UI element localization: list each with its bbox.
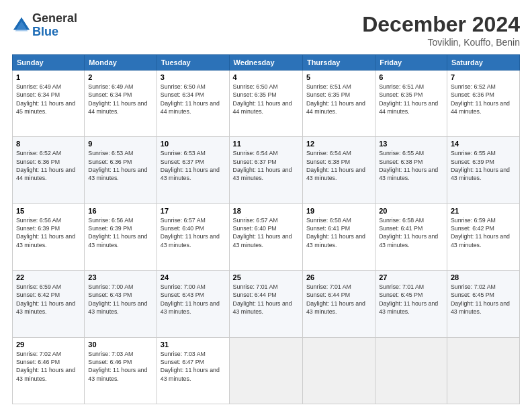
table-row: 7 Sunrise: 6:52 AM Sunset: 6:36 PM Dayli… [447, 71, 519, 137]
logo-icon [12, 16, 31, 35]
day-number: 18 [233, 207, 299, 215]
day-number: 21 [451, 207, 516, 215]
day-number: 27 [379, 273, 443, 281]
day-number: 30 [88, 340, 153, 349]
table-row [375, 337, 447, 404]
calendar-row: 8 Sunrise: 6:52 AM Sunset: 6:36 PM Dayli… [13, 137, 520, 203]
table-row: 9 Sunrise: 6:53 AM Sunset: 6:36 PM Dayli… [85, 137, 157, 203]
day-info: Sunrise: 7:01 AM Sunset: 6:45 PM Dayligh… [379, 283, 443, 316]
day-info: Sunrise: 6:52 AM Sunset: 6:36 PM Dayligh… [16, 149, 81, 182]
table-row: 26 Sunrise: 7:01 AM Sunset: 6:44 PM Dayl… [302, 271, 375, 337]
day-info: Sunrise: 6:58 AM Sunset: 6:41 PM Dayligh… [379, 216, 443, 249]
day-info: Sunrise: 6:50 AM Sunset: 6:34 PM Dayligh… [161, 83, 226, 116]
month-title: December 2024 [362, 12, 520, 37]
day-info: Sunrise: 6:53 AM Sunset: 6:37 PM Dayligh… [161, 149, 226, 182]
day-number: 19 [306, 207, 371, 215]
day-number: 2 [88, 73, 153, 81]
table-row: 3 Sunrise: 6:50 AM Sunset: 6:34 PM Dayli… [157, 71, 229, 137]
day-info: Sunrise: 7:03 AM Sunset: 6:46 PM Dayligh… [88, 350, 153, 383]
table-row [229, 337, 302, 404]
day-info: Sunrise: 7:00 AM Sunset: 6:43 PM Dayligh… [161, 283, 226, 316]
logo-general: General [32, 12, 77, 26]
day-number: 8 [16, 140, 81, 148]
table-row: 28 Sunrise: 7:02 AM Sunset: 6:45 PM Dayl… [447, 271, 519, 337]
day-number: 4 [233, 73, 299, 81]
day-number: 22 [16, 273, 81, 281]
day-info: Sunrise: 6:56 AM Sunset: 6:39 PM Dayligh… [88, 216, 153, 249]
day-info: Sunrise: 7:00 AM Sunset: 6:43 PM Dayligh… [88, 283, 153, 316]
table-row: 22 Sunrise: 6:59 AM Sunset: 6:42 PM Dayl… [13, 271, 85, 337]
table-row: 23 Sunrise: 7:00 AM Sunset: 6:43 PM Dayl… [85, 271, 157, 337]
table-row: 29 Sunrise: 7:02 AM Sunset: 6:46 PM Dayl… [13, 337, 85, 404]
header-sunday: Sunday [13, 55, 85, 71]
title-block: December 2024 Toviklin, Kouffo, Benin [362, 12, 520, 48]
table-row: 12 Sunrise: 6:54 AM Sunset: 6:38 PM Dayl… [302, 137, 375, 203]
header-friday: Friday [375, 55, 447, 71]
calendar-header-row: Sunday Monday Tuesday Wednesday Thursday… [13, 55, 520, 71]
table-row: 10 Sunrise: 6:53 AM Sunset: 6:37 PM Dayl… [157, 137, 229, 203]
table-row: 6 Sunrise: 6:51 AM Sunset: 6:35 PM Dayli… [375, 71, 447, 137]
table-row: 13 Sunrise: 6:55 AM Sunset: 6:38 PM Dayl… [375, 137, 447, 203]
table-row: 4 Sunrise: 6:50 AM Sunset: 6:35 PM Dayli… [229, 71, 302, 137]
day-info: Sunrise: 7:01 AM Sunset: 6:44 PM Dayligh… [306, 283, 371, 316]
header-monday: Monday [85, 55, 157, 71]
day-number: 11 [233, 140, 299, 148]
header-tuesday: Tuesday [157, 55, 229, 71]
calendar-row: 29 Sunrise: 7:02 AM Sunset: 6:46 PM Dayl… [13, 337, 520, 404]
day-number: 6 [379, 73, 443, 81]
day-number: 20 [379, 207, 443, 215]
day-number: 28 [451, 273, 516, 281]
day-info: Sunrise: 7:02 AM Sunset: 6:46 PM Dayligh… [16, 350, 81, 383]
logo: General Blue [12, 12, 77, 39]
day-number: 10 [161, 140, 226, 148]
day-number: 9 [88, 140, 153, 148]
day-number: 13 [379, 140, 443, 148]
day-number: 24 [161, 273, 226, 281]
day-info: Sunrise: 6:53 AM Sunset: 6:36 PM Dayligh… [88, 149, 153, 182]
day-number: 31 [161, 340, 226, 349]
day-number: 15 [16, 207, 81, 215]
day-number: 23 [88, 273, 153, 281]
page: General Blue December 2024 Toviklin, Kou… [0, 0, 532, 411]
header: General Blue December 2024 Toviklin, Kou… [12, 12, 520, 48]
header-saturday: Saturday [447, 55, 519, 71]
calendar-row: 15 Sunrise: 6:56 AM Sunset: 6:39 PM Dayl… [13, 203, 520, 270]
table-row: 24 Sunrise: 7:00 AM Sunset: 6:43 PM Dayl… [157, 271, 229, 337]
table-row [302, 337, 375, 404]
day-info: Sunrise: 6:51 AM Sunset: 6:35 PM Dayligh… [306, 83, 371, 116]
day-info: Sunrise: 7:03 AM Sunset: 6:47 PM Dayligh… [161, 350, 226, 383]
day-info: Sunrise: 6:59 AM Sunset: 6:42 PM Dayligh… [16, 283, 81, 316]
day-number: 26 [306, 273, 371, 281]
day-info: Sunrise: 6:57 AM Sunset: 6:40 PM Dayligh… [161, 216, 226, 249]
table-row: 20 Sunrise: 6:58 AM Sunset: 6:41 PM Dayl… [375, 203, 447, 270]
day-info: Sunrise: 6:58 AM Sunset: 6:41 PM Dayligh… [306, 216, 371, 249]
logo-blue: Blue [32, 26, 77, 39]
header-thursday: Thursday [302, 55, 375, 71]
table-row: 18 Sunrise: 6:57 AM Sunset: 6:40 PM Dayl… [229, 203, 302, 270]
day-number: 14 [451, 140, 516, 148]
table-row: 27 Sunrise: 7:01 AM Sunset: 6:45 PM Dayl… [375, 271, 447, 337]
calendar-table: Sunday Monday Tuesday Wednesday Thursday… [12, 54, 520, 404]
table-row: 21 Sunrise: 6:59 AM Sunset: 6:42 PM Dayl… [447, 203, 519, 270]
day-info: Sunrise: 7:01 AM Sunset: 6:44 PM Dayligh… [233, 283, 299, 316]
day-info: Sunrise: 6:49 AM Sunset: 6:34 PM Dayligh… [16, 83, 81, 116]
day-number: 17 [161, 207, 226, 215]
calendar-row: 1 Sunrise: 6:49 AM Sunset: 6:34 PM Dayli… [13, 71, 520, 137]
calendar-row: 22 Sunrise: 6:59 AM Sunset: 6:42 PM Dayl… [13, 271, 520, 337]
day-number: 12 [306, 140, 371, 148]
day-number: 29 [16, 340, 81, 349]
table-row: 5 Sunrise: 6:51 AM Sunset: 6:35 PM Dayli… [302, 71, 375, 137]
day-number: 7 [451, 73, 516, 81]
logo-text: General Blue [32, 12, 77, 39]
table-row: 17 Sunrise: 6:57 AM Sunset: 6:40 PM Dayl… [157, 203, 229, 270]
header-wednesday: Wednesday [229, 55, 302, 71]
day-info: Sunrise: 6:54 AM Sunset: 6:38 PM Dayligh… [306, 149, 371, 182]
table-row: 8 Sunrise: 6:52 AM Sunset: 6:36 PM Dayli… [13, 137, 85, 203]
table-row: 2 Sunrise: 6:49 AM Sunset: 6:34 PM Dayli… [85, 71, 157, 137]
table-row [447, 337, 519, 404]
day-info: Sunrise: 6:57 AM Sunset: 6:40 PM Dayligh… [233, 216, 299, 249]
location-title: Toviklin, Kouffo, Benin [362, 37, 520, 48]
table-row: 11 Sunrise: 6:54 AM Sunset: 6:37 PM Dayl… [229, 137, 302, 203]
day-number: 1 [16, 73, 81, 81]
day-info: Sunrise: 6:55 AM Sunset: 6:38 PM Dayligh… [379, 149, 443, 182]
